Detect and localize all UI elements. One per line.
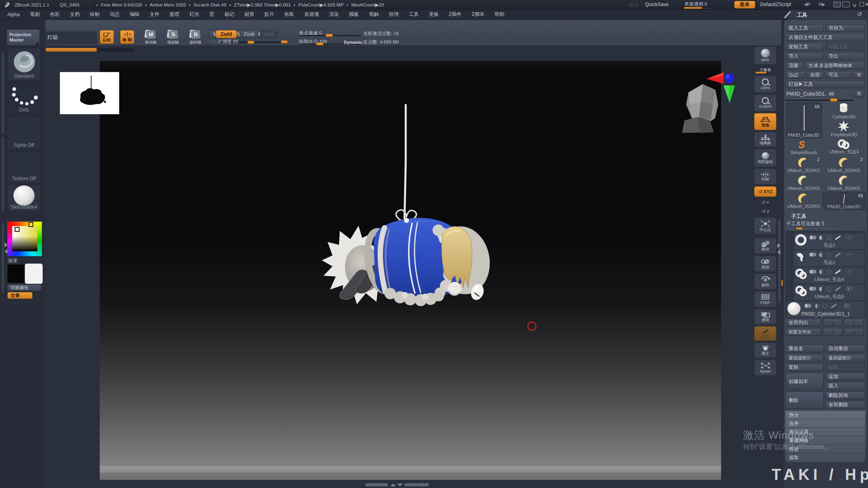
menu-draw[interactable]: 绘制 <box>90 11 100 18</box>
shelf-ghost-button[interactable]: 幽灵 <box>754 326 776 341</box>
tool-thumb-umesh-maobian3[interactable]: UMesh_毛边3 <box>823 139 865 155</box>
canvas-hscrollbar[interactable] <box>365 483 388 486</box>
shelf-rotate-xyz-button[interactable]: ↺ XYZ <box>754 186 776 197</box>
paste-tool-button[interactable]: 粘贴工具 <box>825 43 865 51</box>
shelf-floorgrid-button[interactable]: 地网格 <box>754 132 776 147</box>
minimize-icon[interactable] <box>852 2 857 7</box>
shelf-scale-button[interactable]: 缩放 <box>754 255 776 272</box>
shelf-zoom100-button[interactable]: 100% <box>754 76 776 93</box>
dynamic-label[interactable]: Dynamic <box>344 40 363 45</box>
zcut-button[interactable]: Zcut <box>260 30 277 38</box>
circle-toggle-icon[interactable] <box>826 287 831 291</box>
shelf-move-button[interactable]: 移动 <box>754 237 776 254</box>
main-color-swatch[interactable] <box>7 264 24 283</box>
edit-mode-button[interactable]: Edit <box>100 30 114 44</box>
zadd[interactable]: Zadd <box>216 30 237 38</box>
document-thumbnail[interactable] <box>60 72 119 114</box>
insert-button[interactable]: 插入 <box>825 382 865 390</box>
polypaint-half-icon[interactable] <box>815 304 820 308</box>
active-tool-r-button[interactable]: R <box>854 90 864 98</box>
load-from-project-button[interactable]: 从项目文件载入工具 <box>785 34 865 41</box>
subtool-row-cylinder[interactable]: PM3D_Cylinder3D1_1 <box>786 301 865 318</box>
tool-thumb-cube3d2[interactable]: 68 PM3D_Cube3D. <box>823 192 866 210</box>
save-as-button[interactable]: 另存为 <box>825 24 865 32</box>
tool-thumb-umesh-d[interactable]: UMesh_202001 <box>823 175 865 191</box>
secondary-color-swatch[interactable] <box>25 264 43 284</box>
scale-axis-button[interactable]: S 缩放轴 <box>164 29 182 46</box>
circle-toggle-icon[interactable] <box>826 235 831 240</box>
subtool-up-button[interactable]: ▲ <box>823 319 842 327</box>
delete-all-button[interactable]: 全部删除 <box>825 401 865 409</box>
tool-scroll-slider[interactable] <box>830 98 837 102</box>
brush-edit-icon[interactable] <box>835 270 841 274</box>
move-up-folder-button[interactable]: ↱ <box>823 328 842 336</box>
pair-visibility-icon2[interactable] <box>812 253 816 257</box>
move-axis-button[interactable]: M 移动轴 <box>142 29 160 46</box>
auto-reorder-button[interactable]: 自动重排 <box>825 345 865 353</box>
canvas-3d-viewport[interactable] <box>100 61 721 480</box>
menu-transform[interactable]: 变换 <box>429 11 439 18</box>
close-icon[interactable]: ✕ <box>865 2 868 7</box>
menu-light[interactable]: 灯光 <box>190 11 199 18</box>
circle-toggle-icon[interactable] <box>826 253 831 257</box>
subpixel-slider[interactable] <box>755 72 767 74</box>
highest-subdiv-button[interactable]: 最高级细分 <box>825 354 865 362</box>
axis-gizmo[interactable] <box>704 70 741 107</box>
list-all-button[interactable]: 全部列出 <box>785 319 821 327</box>
tool-palette-title[interactable]: 工具 <box>797 11 807 19</box>
lightbox-divider-handle[interactable] <box>46 48 97 52</box>
menu-texture[interactable]: 纹理 <box>389 11 399 18</box>
rename-button[interactable]: 重命名 <box>785 345 824 353</box>
current-texture-button[interactable]: Texture Off <box>7 151 41 183</box>
divider-collapse-right-icon[interactable]: ‖‖▶ <box>819 2 825 7</box>
tool-thumb-umesh-b[interactable]: 2 UMesh_202001 <box>823 157 865 173</box>
shelf-bpr-button[interactable]: BPR <box>754 46 776 65</box>
quicksave-button[interactable]: QuickSave <box>645 2 669 7</box>
menu-edit[interactable]: 编辑 <box>130 11 140 18</box>
shelf-solo-button[interactable]: 孤立 <box>754 342 776 358</box>
menu-marker[interactable]: 标记 <box>225 11 234 18</box>
restore-icon[interactable] <box>859 2 864 7</box>
menu-brush[interactable]: 笔刷 <box>30 11 40 18</box>
move-down-folder-button[interactable]: ↳ <box>844 328 864 336</box>
z-intensity-slider[interactable] <box>247 41 254 44</box>
pair-visibility-icon2[interactable] <box>812 287 816 291</box>
shelf-ac50-button[interactable]: AC50% <box>754 94 776 111</box>
menu-tool[interactable]: 工具 <box>409 11 419 18</box>
paste-subtool-button[interactable]: 粘贴 <box>825 364 865 371</box>
section-merge[interactable]: 合并 <box>785 419 865 428</box>
scrollbar-down-icon[interactable] <box>397 484 403 486</box>
tool-thumb-simplebrush[interactable]: S SimpleBrush <box>786 139 821 155</box>
shelf-local-button[interactable]: 局部旋转 <box>754 149 776 167</box>
rotate-axis-button[interactable]: R 旋转轴 <box>186 29 204 46</box>
subtool-row-maobian2[interactable]: 毛边2 <box>794 233 865 250</box>
circle-toggle-icon[interactable] <box>826 270 831 274</box>
current-brush-button[interactable]: Standard <box>7 48 41 81</box>
import-button[interactable]: 导入 <box>785 52 824 60</box>
tool-thumb-polymesh[interactable]: PolyMesh3D <box>823 120 865 137</box>
section-extract[interactable]: 提取 <box>785 453 865 462</box>
clone-button[interactable]: 克隆 <box>785 62 804 70</box>
brush-edit-icon[interactable] <box>831 304 837 309</box>
menu-alpha[interactable]: Alpha <box>7 12 20 17</box>
tool-thumb-cylinder[interactable]: Cylinder3D <box>823 102 865 120</box>
shelf-frame-button[interactable]: 中心点 <box>754 217 776 234</box>
menu-color[interactable]: 色彩 <box>50 11 60 18</box>
menu-toggle-button[interactable]: 菜单 <box>734 1 755 9</box>
goz-r-button[interactable]: R <box>853 71 865 79</box>
palette-reset-icon[interactable]: ↺ <box>857 11 862 18</box>
goz-all-button[interactable]: 全部 <box>807 71 824 79</box>
tray-splitter-arrow-left-icon[interactable] <box>777 250 781 255</box>
pair-visibility-icon2[interactable] <box>812 235 816 240</box>
brush-edit-icon[interactable] <box>835 235 841 240</box>
dock-scroll-strip[interactable] <box>781 20 783 488</box>
ui-transparency-slider[interactable] <box>684 7 702 9</box>
tray-splitter[interactable] <box>778 220 781 303</box>
lightbox-tool-button[interactable]: 灯箱▶工具 <box>785 81 865 88</box>
menu-render[interactable]: 渲染 <box>329 11 339 18</box>
draw-mode-button[interactable]: 绘 制 <box>120 30 134 44</box>
eye-visibility-icon[interactable] <box>846 253 853 257</box>
left-divider-strip3[interactable] <box>1 223 4 293</box>
switch-color-button[interactable]: 切换颜色 <box>7 284 42 291</box>
export-button[interactable]: 导出 <box>825 52 865 60</box>
